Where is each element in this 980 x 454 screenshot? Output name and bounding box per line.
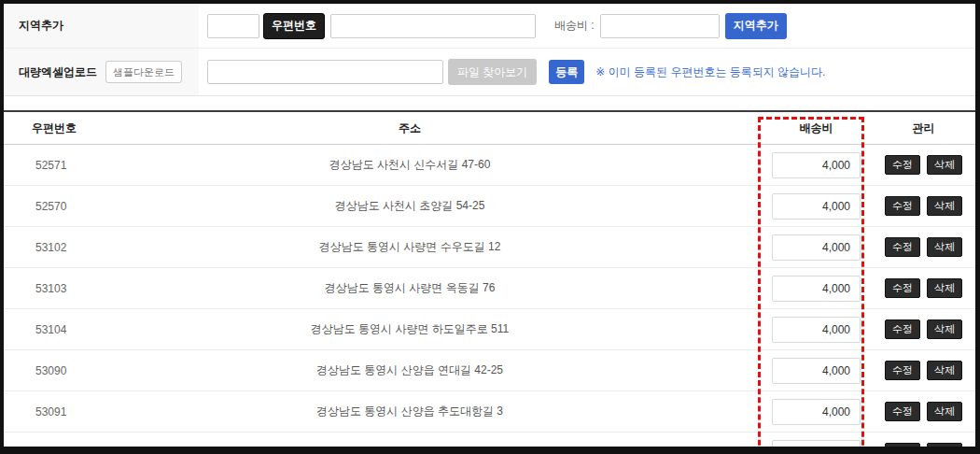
row-fee-input[interactable]: [772, 399, 861, 425]
file-path-input[interactable]: [207, 60, 443, 84]
delete-button[interactable]: 삭제: [927, 196, 962, 216]
address-cell: 경상남도 통영시 사량면 옥동길 76: [181, 280, 638, 296]
postal-code-cell: 52570: [4, 200, 181, 213]
delete-button[interactable]: 삭제: [927, 237, 962, 257]
delete-button[interactable]: 삭제: [927, 402, 962, 421]
shipping-fee-admin-panel: 지역추가 우편번호 배송비 : 지역추가 대량엑셀업로드 샘플다운로드 파일 찾…: [0, 0, 980, 454]
row-fee-input[interactable]: [772, 193, 861, 220]
region-fee-table: 우편번호 주소 배송비 관리 52571 경상남도 사천시 신수서길 47-60…: [4, 110, 975, 454]
postal-code-cell: 53103: [4, 282, 181, 295]
sample-download-button[interactable]: 샘플다운로드: [105, 61, 182, 83]
duplicate-postal-notice: ※ 이미 등록된 우편번호는 등록되지 않습니다.: [595, 64, 825, 80]
add-region-label: 지역추가: [19, 18, 63, 34]
delete-button[interactable]: 삭제: [927, 361, 962, 380]
table-header-row: 우편번호 주소 배송비 관리: [4, 112, 975, 145]
table-row: 53104 경상남도 통영시 사량면 하도일주로 511 수정 삭제: [4, 309, 975, 350]
postal-code-search-button[interactable]: 우편번호: [263, 13, 325, 39]
edit-button[interactable]: 수정: [885, 443, 920, 454]
bulk-upload-label-cell: 대량엑셀업로드 샘플다운로드: [4, 49, 199, 95]
edit-button[interactable]: 수정: [885, 361, 920, 380]
delete-button[interactable]: 삭제: [927, 278, 962, 298]
table-row: 53102 경상남도 통영시 사량면 수우도길 12 수정 삭제: [4, 227, 975, 268]
row-fee-input[interactable]: [772, 276, 861, 302]
postal-code-cell: 53090: [4, 364, 181, 377]
address-cell: 경상남도 사천시 신수서길 47-60: [181, 157, 638, 173]
postal-code-cell: 53091: [4, 405, 181, 419]
table-row-partial: 수정 삭제: [4, 433, 975, 454]
table-row: 52571 경상남도 사천시 신수서길 47-60 수정 삭제: [4, 145, 975, 186]
edit-button[interactable]: 수정: [885, 402, 920, 421]
address-cell: 경상남도 통영시 산양읍 추도대항길 3: [181, 404, 638, 419]
header-shipping-fee: 배송비: [772, 121, 861, 136]
row-fee-input[interactable]: [772, 234, 861, 261]
header-manage: 관리: [872, 121, 975, 136]
table-row: 53091 경상남도 통영시 산양읍 추도대항길 3 수정 삭제: [4, 391, 975, 433]
edit-button[interactable]: 수정: [885, 155, 920, 175]
row-fee-input[interactable]: [772, 440, 861, 454]
row-fee-input[interactable]: [772, 317, 861, 343]
add-region-button[interactable]: 지역추가: [725, 13, 787, 39]
shipping-fee-label: 배송비 :: [554, 18, 595, 34]
add-region-form: 우편번호 배송비 : 지역추가: [199, 13, 975, 39]
delete-button[interactable]: 삭제: [927, 155, 962, 175]
postal-code-cell: 53104: [4, 323, 181, 336]
address-cell: 경상남도 통영시 사량면 하도일주로 511: [181, 321, 638, 337]
row-fee-input[interactable]: [772, 152, 861, 178]
spacer: [4, 96, 975, 110]
header-postal-code: 우편번호: [4, 121, 181, 136]
edit-button[interactable]: 수정: [885, 237, 920, 257]
address-cell: 경상남도 통영시 사량면 수우도길 12: [181, 239, 638, 255]
table-row: 52570 경상남도 사천시 초양길 54-25 수정 삭제: [4, 186, 975, 227]
table-row: 53103 경상남도 통영시 사량면 옥동길 76 수정 삭제: [4, 268, 975, 309]
shipping-fee-input[interactable]: [600, 14, 720, 38]
edit-button[interactable]: 수정: [885, 196, 920, 216]
address-cell: 경상남도 통영시 산양읍 연대길 42-25: [181, 362, 638, 378]
register-button[interactable]: 등록: [549, 60, 584, 84]
edit-button[interactable]: 수정: [885, 278, 920, 298]
postal-code-cell: 52571: [4, 159, 181, 172]
address-input[interactable]: [330, 14, 536, 38]
postal-code-input[interactable]: [207, 14, 259, 38]
table-row: 53090 경상남도 통영시 산양읍 연대길 42-25 수정 삭제: [4, 350, 975, 391]
delete-button[interactable]: 삭제: [927, 319, 962, 339]
bulk-upload-row: 대량엑셀업로드 샘플다운로드 파일 찾아보기 등록 ※ 이미 등록된 우편번호는…: [4, 49, 975, 96]
edit-button[interactable]: 수정: [885, 319, 920, 339]
add-region-label-cell: 지역추가: [4, 4, 199, 48]
bulk-upload-label: 대량엑셀업로드: [19, 64, 97, 80]
add-region-row: 지역추가 우편번호 배송비 : 지역추가: [4, 4, 975, 49]
row-fee-input[interactable]: [772, 358, 861, 384]
delete-button[interactable]: 삭제: [927, 443, 962, 454]
address-cell: 경상남도 사천시 초양길 54-25: [181, 198, 638, 214]
header-address: 주소: [181, 121, 638, 136]
bulk-upload-form: 파일 찾아보기 등록 ※ 이미 등록된 우편번호는 등록되지 않습니다.: [199, 59, 975, 85]
file-browse-button[interactable]: 파일 찾아보기: [448, 59, 537, 85]
postal-code-cell: 53102: [4, 241, 181, 254]
